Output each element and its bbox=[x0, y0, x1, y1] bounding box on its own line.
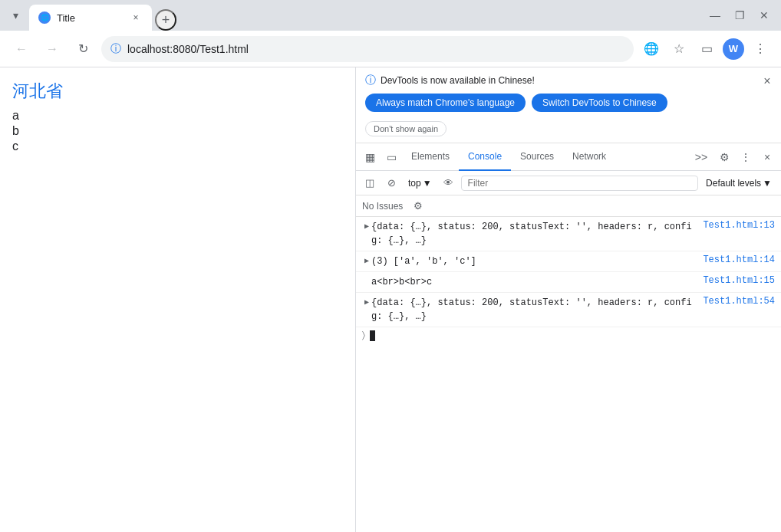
devtools-settings-button[interactable]: ⚙ bbox=[713, 146, 735, 168]
tab-list: ▾ bbox=[6, 6, 25, 25]
dont-show-again-button[interactable]: Don't show again bbox=[365, 121, 447, 136]
context-selector[interactable]: top ▼ bbox=[404, 176, 437, 190]
close-button[interactable]: ✕ bbox=[753, 5, 775, 26]
no-issues-label: No Issues bbox=[362, 201, 403, 212]
minimize-button[interactable]: — bbox=[704, 5, 726, 26]
forward-button[interactable]: → bbox=[40, 37, 64, 61]
entry-link-1[interactable]: Test1.html:13 bbox=[697, 220, 775, 231]
page-line-c: c bbox=[12, 140, 343, 153]
tabs-area: 🌐 Title × + bbox=[29, 0, 700, 31]
sidebar-button[interactable]: ▭ bbox=[695, 38, 718, 61]
entry-link-4[interactable]: Test1.html:54 bbox=[697, 296, 775, 307]
console-entry-2: ▶ (3) ['a', 'b', 'c'] Test1.html:14 bbox=[356, 251, 781, 272]
tab-close-button[interactable]: × bbox=[129, 11, 143, 25]
issues-settings-button[interactable]: ⚙ bbox=[409, 197, 427, 215]
devtools-panel: ⓘ DevTools is now available in Chinese! … bbox=[355, 67, 781, 532]
page-line-a: a bbox=[12, 109, 343, 123]
log-levels-button[interactable]: Default levels ▼ bbox=[701, 176, 776, 190]
more-button[interactable]: ⋮ bbox=[749, 38, 772, 61]
reload-button[interactable]: ↻ bbox=[71, 37, 95, 61]
chinese-heading: 河北省 bbox=[12, 80, 343, 103]
issues-bar: No Issues ⚙ bbox=[356, 195, 781, 217]
devtools-tab-bar: ▦ ▭ Elements Console Sources Network >> … bbox=[356, 143, 781, 171]
tab-sources[interactable]: Sources bbox=[511, 143, 563, 171]
tab-network[interactable]: Network bbox=[563, 143, 615, 171]
page-line-b: b bbox=[12, 124, 343, 138]
devtools-more-button[interactable]: ⋮ bbox=[735, 146, 756, 168]
console-filter-input[interactable] bbox=[461, 176, 698, 191]
main-area: 河北省 a b c ⓘ DevTools is now available in… bbox=[0, 67, 781, 532]
devtools-notification: ⓘ DevTools is now available in Chinese! … bbox=[356, 67, 781, 143]
device-toolbar-button[interactable]: ▭ bbox=[381, 146, 402, 168]
console-sidebar-toggle[interactable]: ◫ bbox=[361, 174, 379, 192]
log-levels-label: Default levels bbox=[706, 178, 761, 189]
address-bar: ← → ↻ ⓘ localhost:8080/Test1.html 🌐 ☆ ▭ … bbox=[0, 31, 781, 67]
switch-to-chinese-button[interactable]: Switch DevTools to Chinese bbox=[532, 94, 667, 112]
translate-button[interactable]: 🌐 bbox=[640, 38, 663, 61]
tab-console[interactable]: Console bbox=[459, 143, 511, 171]
tab-elements[interactable]: Elements bbox=[402, 143, 459, 171]
entry-content-1: {data: {…}, status: 200, statusText: '',… bbox=[371, 220, 697, 248]
console-entry-4: ▶ {data: {…}, status: 200, statusText: '… bbox=[356, 293, 781, 327]
notification-title-row: ⓘ DevTools is now available in Chinese! bbox=[365, 74, 772, 87]
tab-favicon: 🌐 bbox=[38, 11, 51, 24]
url-info-icon: ⓘ bbox=[110, 42, 121, 56]
prompt-arrow: 〉 bbox=[362, 330, 365, 341]
window-controls: — ❐ ✕ bbox=[704, 5, 775, 26]
entry-link-3[interactable]: Test1.html:15 bbox=[697, 275, 775, 286]
maximize-button[interactable]: ❐ bbox=[729, 5, 750, 26]
tab-title: Title bbox=[57, 12, 123, 24]
tab-list-arrow[interactable]: ▾ bbox=[6, 6, 25, 25]
entry-toggle-1[interactable]: ▶ bbox=[362, 222, 371, 231]
console-toolbar: ◫ ⊘ top ▼ 👁 Default levels ▼ bbox=[356, 171, 781, 195]
devtools-close-button[interactable]: × bbox=[756, 146, 778, 168]
console-output: ▶ {data: {…}, status: 200, statusText: '… bbox=[356, 217, 781, 532]
notification-info-icon: ⓘ bbox=[365, 74, 376, 87]
url-bar[interactable]: ⓘ localhost:8080/Test1.html bbox=[101, 36, 634, 62]
notification-message: DevTools is now available in Chinese! bbox=[381, 75, 535, 86]
always-match-language-button[interactable]: Always match Chrome's language bbox=[365, 94, 526, 112]
page-content: 河北省 a b c bbox=[0, 67, 355, 532]
prompt-cursor bbox=[370, 330, 375, 341]
notification-buttons: Always match Chrome's language Switch De… bbox=[365, 94, 772, 112]
console-entry-1: ▶ {data: {…}, status: 200, statusText: '… bbox=[356, 217, 781, 251]
profile-avatar[interactable]: W bbox=[723, 38, 744, 60]
entry-content-3: a<br>b<br>c bbox=[371, 275, 697, 289]
context-arrow: ▼ bbox=[423, 178, 432, 189]
console-entry-3: a<br>b<br>c Test1.html:15 bbox=[356, 272, 781, 293]
new-tab-button[interactable]: + bbox=[155, 9, 176, 31]
console-prompt[interactable]: 〉 bbox=[356, 327, 781, 344]
notification-close-button[interactable]: × bbox=[760, 74, 775, 89]
clear-console-button[interactable]: ⊘ bbox=[382, 174, 400, 192]
entry-link-2[interactable]: Test1.html:14 bbox=[697, 255, 775, 265]
title-bar: ▾ 🌐 Title × + — ❐ ✕ bbox=[0, 0, 781, 31]
entry-toggle-4[interactable]: ▶ bbox=[362, 297, 371, 307]
context-label: top bbox=[408, 178, 421, 189]
entry-toggle-2[interactable]: ▶ bbox=[362, 256, 371, 265]
inspect-element-button[interactable]: ▦ bbox=[359, 146, 381, 168]
live-expression-button[interactable]: 👁 bbox=[440, 174, 458, 192]
url-text: localhost:8080/Test1.html bbox=[127, 43, 624, 55]
entry-content-2: (3) ['a', 'b', 'c'] bbox=[371, 255, 697, 268]
entry-content-4: {data: {…}, status: 200, statusText: '',… bbox=[371, 296, 697, 323]
active-tab[interactable]: 🌐 Title × bbox=[29, 5, 152, 31]
more-tabs-button[interactable]: >> bbox=[690, 146, 712, 168]
log-levels-arrow: ▼ bbox=[763, 178, 772, 189]
address-right: 🌐 ☆ ▭ W ⋮ bbox=[640, 38, 772, 61]
back-button[interactable]: ← bbox=[9, 37, 34, 61]
bookmark-button[interactable]: ☆ bbox=[667, 38, 690, 61]
